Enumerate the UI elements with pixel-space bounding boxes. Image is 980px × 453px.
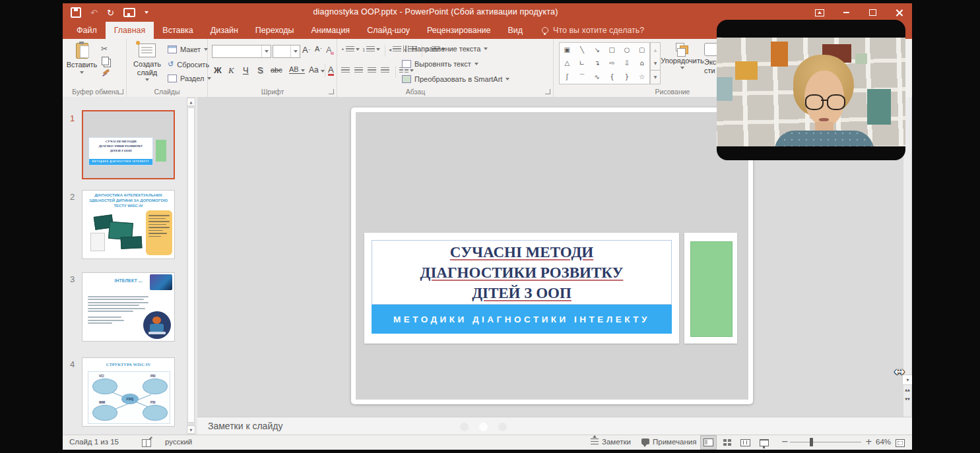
paragraph-dialog-launcher[interactable] <box>545 89 550 94</box>
justify-button[interactable] <box>381 67 389 74</box>
font-color-button[interactable]: А <box>328 65 334 76</box>
thumbnail-slide-4[interactable]: СТРУКТУРА WISC-IV VCI PRI WMI PSI FSIQ <box>82 357 175 427</box>
shape-oval-icon[interactable]: ○ <box>620 43 635 57</box>
tab-home[interactable]: Главная <box>106 22 154 39</box>
shrink-font-button[interactable]: Аˇ <box>315 45 322 53</box>
shape-arrow-icon[interactable]: ↘ <box>589 43 604 57</box>
shape-curve-icon[interactable]: ∿ <box>589 70 604 84</box>
tab-file[interactable]: Файл <box>68 22 106 39</box>
slide-subtitle-bar[interactable]: МЕТОДИКИ ДІАГНОСТИКИ ІНТЕЛЕКТУ <box>372 305 672 334</box>
align-left-button[interactable] <box>341 67 350 74</box>
new-slide-button[interactable]: Создать слайд <box>129 40 165 81</box>
thumbnail-scrollbar-thumb[interactable] <box>187 107 195 423</box>
shape-textbox-icon[interactable]: ▣ <box>560 43 575 57</box>
shape-down-arrow-icon[interactable]: ⇩ <box>620 57 635 71</box>
zoom-level[interactable]: 64% <box>876 438 891 446</box>
spellcheck-button[interactable] <box>142 439 151 448</box>
notes-placeholder[interactable]: Заметки к слайду <box>208 421 282 431</box>
align-text-button[interactable]: Выровнять текст <box>402 60 478 68</box>
shape-freeform-icon[interactable]: ʃ <box>560 70 575 84</box>
tab-insert[interactable]: Вставка <box>154 22 201 39</box>
zoom-slider-thumb[interactable] <box>810 438 813 446</box>
clipboard-dialog-launcher[interactable] <box>118 89 123 94</box>
view-slide-sorter-button[interactable] <box>719 435 735 450</box>
shape-triangle-icon[interactable]: △ <box>560 57 575 71</box>
bold-button[interactable]: Ж <box>214 65 222 75</box>
shape-pentagon-icon[interactable]: ⌂ <box>634 57 649 71</box>
thumbnail-slide-3[interactable]: ІНТЕЛЕКТ ... <box>82 272 175 342</box>
underline-button[interactable]: Ч <box>243 65 249 75</box>
font-size-combo[interactable] <box>273 45 300 58</box>
clear-formatting-button[interactable]: А <box>326 45 334 55</box>
character-spacing-button[interactable]: АВ <box>289 65 305 74</box>
shape-arc-icon[interactable]: ⌒ <box>575 70 590 84</box>
numbering-button[interactable]: 1 <box>362 46 380 53</box>
reset-button[interactable]: ↺Сбросить <box>168 60 209 69</box>
gallery-scroll-down-icon[interactable]: ▼ <box>651 56 660 69</box>
thumbnail-scrollbar[interactable]: ▲ ▼ <box>187 97 195 435</box>
next-slide-button[interactable]: ▼▼ <box>904 398 911 400</box>
shape-right-brace-icon[interactable]: } <box>620 70 635 84</box>
zoom-out-button[interactable]: − <box>781 437 789 446</box>
tab-animations[interactable]: Анимация <box>302 22 358 39</box>
zoom-slider[interactable] <box>790 442 861 442</box>
change-case-button[interactable]: Aa <box>309 65 325 75</box>
shape-right-arrow-icon[interactable]: ⇨ <box>604 57 620 71</box>
zoom-in-button[interactable]: + <box>865 437 872 446</box>
gallery-expand-icon[interactable]: ▼ <box>651 70 660 84</box>
arrange-button[interactable]: Упорядочить <box>663 40 702 69</box>
shape-left-brace-icon[interactable]: { <box>604 70 620 84</box>
language-indicator[interactable]: русский <box>165 438 192 446</box>
bullets-button[interactable]: • <box>341 46 360 53</box>
strikethrough-button[interactable]: abc <box>271 66 282 74</box>
format-painter-button[interactable] <box>103 71 110 73</box>
tab-slideshow[interactable]: Слайд-шоу <box>358 22 418 39</box>
previous-slide-button[interactable]: ▲▲ <box>904 388 911 391</box>
tab-design[interactable]: Дизайн <box>202 22 247 39</box>
slide-green-panel[interactable] <box>684 233 737 344</box>
columns-button[interactable] <box>399 67 414 74</box>
slide-title-block[interactable]: СУЧАСНІ МЕТОДИ ДІАГНОСТИКИ РОЗВИТКУ ДІТЕ… <box>364 233 679 344</box>
ribbon-display-options-button[interactable] <box>806 3 833 22</box>
notes-bar[interactable]: Заметки к слайду <box>197 417 912 435</box>
tab-view[interactable]: Вид <box>499 22 531 39</box>
maximize-button[interactable] <box>859 3 886 22</box>
shape-star-icon[interactable]: ☆ <box>634 70 649 84</box>
notes-toggle-button[interactable]: Заметки <box>591 438 631 446</box>
slide-green-rectangle[interactable] <box>690 241 733 337</box>
slide-editor[interactable]: СУЧАСНІ МЕТОДИ ДІАГНОСТИКИ РОЗВИТКУ ДІТЕ… <box>351 107 753 404</box>
decrease-indent-button[interactable]: ◂ <box>389 46 401 53</box>
font-name-combo[interactable] <box>212 45 271 58</box>
align-right-button[interactable] <box>368 67 376 74</box>
tell-me-box[interactable]: Что вы хотите сделать? <box>531 22 644 39</box>
minimize-button[interactable] <box>833 3 859 22</box>
view-reading-button[interactable] <box>737 435 754 450</box>
grow-font-button[interactable]: Аˆ <box>302 45 310 55</box>
convert-smartart-button[interactable]: Преобразовать в SmartArt <box>402 75 509 83</box>
section-button[interactable]: Раздел <box>168 75 211 82</box>
slide-title-placeholder[interactable]: СУЧАСНІ МЕТОДИ ДІАГНОСТИКИ РОЗВИТКУ ДІТЕ… <box>372 240 672 305</box>
shape-elbow-arrow-icon[interactable]: ↴ <box>589 57 604 71</box>
shapes-gallery[interactable]: ▣ ╲ ↘ □ ○ ▢ △ ∟ ↴ ⇨ ⇩ ⌂ ʃ ⌒ ∿ { } ☆ <box>559 42 650 84</box>
text-shadow-button[interactable]: S <box>257 65 263 75</box>
thumbnail-slide-2[interactable]: ДІАГНОСТИКА ІНТЕЛЕКТУАЛЬНИХ ЗДІБНОСТЕЙ Д… <box>82 190 175 259</box>
italic-button[interactable]: К <box>228 65 234 76</box>
comments-toggle-button[interactable]: Примечания <box>641 438 696 446</box>
shape-line-icon[interactable]: ╲ <box>575 43 590 57</box>
close-button[interactable] <box>886 3 912 22</box>
cut-button[interactable]: ✂ <box>101 44 108 53</box>
text-direction-button[interactable]: Направление текста <box>402 45 488 53</box>
shape-elbow-connector-icon[interactable]: ∟ <box>575 57 590 71</box>
align-center-button[interactable] <box>354 67 363 74</box>
fit-slide-button[interactable] <box>896 439 905 448</box>
view-normal-button[interactable] <box>700 435 717 450</box>
thumbnail-scroll-down-button[interactable]: ▼ <box>187 425 195 434</box>
tab-review[interactable]: Рецензирование <box>418 22 500 39</box>
layout-button[interactable]: Макет <box>168 45 208 53</box>
webcam-overlay[interactable] <box>717 20 905 160</box>
paste-button[interactable]: Вставить <box>67 40 97 74</box>
copy-button[interactable] <box>102 57 109 65</box>
tab-transitions[interactable]: Переходы <box>247 22 303 39</box>
thumbnail-slide-1[interactable]: СУЧАСНІ МЕТОДИ ДІАГНОСТИКИ РОЗВИТКУ ДІТЕ… <box>82 110 175 179</box>
thumbnail-scroll-up-button[interactable]: ▲ <box>187 98 195 106</box>
